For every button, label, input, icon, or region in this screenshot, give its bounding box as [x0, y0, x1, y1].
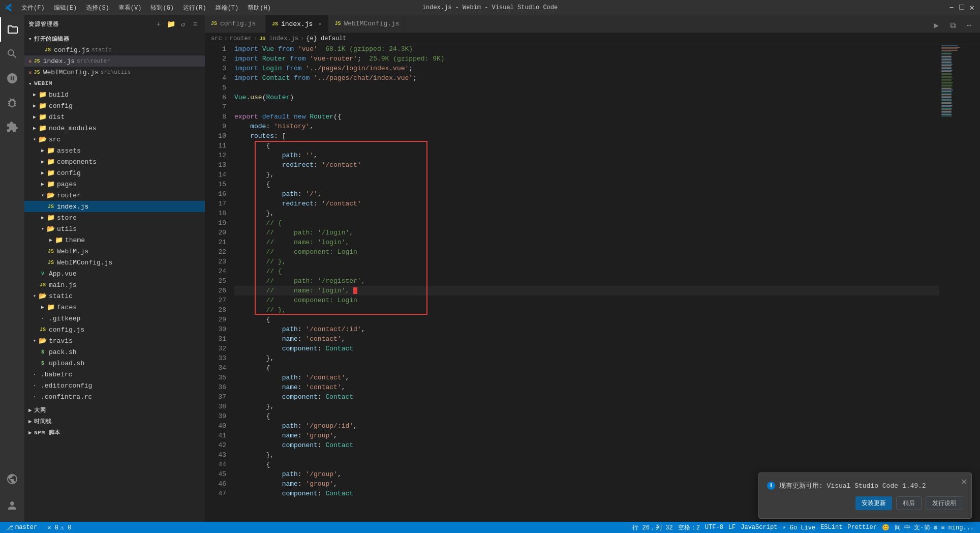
- later-btn[interactable]: 稍后: [896, 496, 922, 510]
- menu-terminal[interactable]: 终端(T): [211, 3, 243, 13]
- file-editorconfig[interactable]: · .editorconfig: [24, 380, 205, 391]
- activity-search[interactable]: [0, 42, 24, 66]
- folder-router[interactable]: ▾ 📂 router: [24, 190, 205, 201]
- section-project[interactable]: ▾ WEBIM: [24, 78, 205, 89]
- sh-icon: $: [39, 348, 47, 356]
- folder-src[interactable]: ▾ 📂 src: [24, 134, 205, 145]
- popup-close-btn[interactable]: ✕: [961, 477, 967, 487]
- tab-config-js[interactable]: JS config.js: [205, 15, 266, 33]
- minimap-line-1: [941, 45, 958, 46]
- open-file-webimconfig[interactable]: ✕ JS WebIMConfig.js src\utils: [24, 67, 205, 78]
- activity-explorer[interactable]: [0, 17, 24, 42]
- release-notes-btn[interactable]: 发行说明: [926, 496, 963, 510]
- breadcrumb-src[interactable]: src: [211, 35, 222, 42]
- file-app-vue[interactable]: V App.vue: [24, 268, 205, 279]
- minimap-line-22: [941, 77, 953, 78]
- open-file-index[interactable]: ✕ JS index.js src\router: [24, 55, 205, 67]
- install-update-btn[interactable]: 安装更新: [855, 496, 892, 510]
- maximize-button[interactable]: □: [959, 5, 965, 11]
- status-golive[interactable]: ⚡ Go Live: [780, 522, 817, 533]
- status-git[interactable]: ⎇ master: [4, 522, 39, 533]
- status-feedback[interactable]: 😊: [880, 522, 892, 533]
- menu-select[interactable]: 选择(S): [82, 3, 113, 13]
- breadcrumb-file[interactable]: JS index.js: [259, 35, 298, 42]
- section-npm[interactable]: ▶ NPM 脚本: [24, 427, 205, 438]
- menu-run[interactable]: 运行(R): [179, 3, 210, 13]
- minimap-line-27: [941, 85, 953, 86]
- file-gitkeep[interactable]: · .gitkeep: [24, 313, 205, 324]
- refresh-btn[interactable]: ↺: [177, 19, 189, 30]
- folder-pages[interactable]: ▶ 📁 pages: [24, 179, 205, 190]
- folder-assets[interactable]: ▶ 📁 assets: [24, 145, 205, 156]
- folder-config[interactable]: ▶ 📁 config: [24, 100, 205, 111]
- section-timeline[interactable]: ▶ 时间线: [24, 416, 205, 427]
- menu-help[interactable]: 帮助(H): [243, 3, 275, 13]
- activity-account[interactable]: [0, 493, 24, 518]
- more-actions-btn[interactable]: ⋯: [962, 18, 976, 33]
- prettier-label: Prettier: [847, 524, 877, 531]
- status-encoding[interactable]: UTF-8: [703, 522, 725, 533]
- tab-index-js[interactable]: JS index.js ✕: [266, 15, 328, 33]
- file-pack-sh[interactable]: $ pack.sh: [24, 346, 205, 358]
- menu-edit[interactable]: 编辑(E): [50, 3, 81, 13]
- activity-debug[interactable]: [0, 91, 24, 115]
- status-language[interactable]: JavaScript: [739, 522, 779, 533]
- status-prettier[interactable]: Prettier: [845, 522, 879, 533]
- activity-git[interactable]: [0, 66, 24, 91]
- file-main-js[interactable]: JS main.js: [24, 279, 205, 290]
- folder-dist[interactable]: ▶ 📁 dist: [24, 111, 205, 123]
- open-file-config[interactable]: JS config.js static: [24, 44, 205, 55]
- folder-utils[interactable]: ▾ 📂 utils: [24, 223, 205, 234]
- status-errors[interactable]: ✕ 0 ⚠ 0: [45, 522, 73, 533]
- folder-build[interactable]: ▶ 📁 build: [24, 89, 205, 100]
- file-confinttra[interactable]: · .confintra.rc: [24, 391, 205, 402]
- folder-theme[interactable]: ▶ 📁 theme: [24, 234, 205, 246]
- status-spaces[interactable]: 空格：2: [676, 522, 702, 533]
- folder-travis[interactable]: ▾ 📂 travis: [24, 335, 205, 346]
- minimap-line-12: [941, 62, 952, 63]
- line-num-12: 12: [205, 151, 226, 160]
- section-open-editors[interactable]: ▾ 打开的编辑器: [24, 33, 205, 44]
- file-webim-js[interactable]: JS WebIM.js: [24, 246, 205, 257]
- status-ime[interactable]: 间 中 文·简 ⚙ ≡ ning...: [893, 522, 976, 533]
- folder-components[interactable]: ▶ 📁 components: [24, 156, 205, 167]
- folder-nodemodules[interactable]: ▶ 📁 node_modules: [24, 123, 205, 134]
- file-static-config[interactable]: JS config.js: [24, 324, 205, 335]
- git-branch: master: [15, 524, 37, 531]
- status-position[interactable]: 行 26，列 32: [630, 522, 675, 533]
- file-babelrc[interactable]: · .babelrc: [24, 369, 205, 380]
- new-file-btn[interactable]: +: [153, 19, 164, 30]
- tab-close-btn[interactable]: ✕: [316, 20, 324, 28]
- minimize-button[interactable]: –: [948, 5, 955, 11]
- breadcrumb-symbol[interactable]: {e} default: [306, 35, 346, 42]
- folder-utils-label: utils: [57, 225, 77, 233]
- tab-webimconfig-js[interactable]: JS WebIMConfig.js: [328, 15, 404, 33]
- folder-static[interactable]: ▾ 📂 static: [24, 290, 205, 302]
- section-daiwang[interactable]: ▶ 大网: [24, 404, 205, 416]
- status-eol[interactable]: LF: [726, 522, 738, 533]
- status-eslint[interactable]: ESLint: [818, 522, 844, 533]
- activity-extensions[interactable]: [0, 115, 24, 139]
- split-editor-btn[interactable]: ⧉: [945, 18, 960, 33]
- code-content[interactable]: import Vue from 'vue' 68.1K (gzipped: 24…: [230, 44, 939, 522]
- run-btn[interactable]: ▶: [929, 18, 943, 33]
- code-editor[interactable]: 1234567891011121314151617181920212223242…: [205, 44, 980, 522]
- folder-store[interactable]: ▶ 📁 store: [24, 212, 205, 223]
- new-folder-btn[interactable]: 📁: [165, 19, 176, 30]
- file-index-js[interactable]: JS index.js: [24, 201, 205, 212]
- close-button[interactable]: ✕: [969, 5, 975, 11]
- section-open-editors-label: 打开的编辑器: [34, 35, 69, 43]
- search-icon: [6, 48, 18, 60]
- folder-faces[interactable]: ▶ 📁 faces: [24, 302, 205, 313]
- menu-goto[interactable]: 转到(G): [146, 3, 178, 13]
- file-webimconfig-js[interactable]: JS WebIMConfig.js: [24, 257, 205, 268]
- folder-src-config[interactable]: ▶ 📁 config: [24, 167, 205, 179]
- activity-remote[interactable]: [0, 467, 24, 491]
- menu-file[interactable]: 文件(F): [17, 3, 49, 13]
- menu-view[interactable]: 查看(V): [114, 3, 146, 13]
- collapse-btn[interactable]: ≡: [190, 19, 201, 30]
- file-upload-sh[interactable]: $ upload.sh: [24, 358, 205, 369]
- sidebar-title-row: 资源管理器 + 📁 ↺ ≡: [24, 15, 205, 33]
- breadcrumb-router[interactable]: router: [230, 35, 252, 42]
- warnings-icon: ⚠ 0: [60, 524, 72, 531]
